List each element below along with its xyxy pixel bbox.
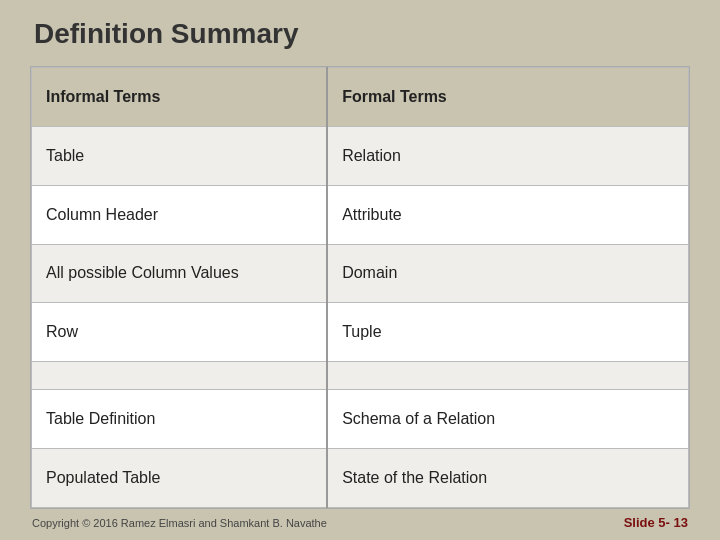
informal-cell: Populated Table [32, 449, 328, 508]
informal-cell: Table Definition [32, 390, 328, 449]
informal-cell: Column Header [32, 185, 328, 244]
informal-cell: All possible Column Values [32, 244, 328, 303]
table-row: TableRelation [32, 126, 689, 185]
table-row: Column HeaderAttribute [32, 185, 689, 244]
formal-cell: State of the Relation [327, 449, 688, 508]
footer: Copyright © 2016 Ramez Elmasri and Shamk… [30, 515, 690, 530]
formal-cell: Relation [327, 126, 688, 185]
formal-cell: Schema of a Relation [327, 390, 688, 449]
formal-cell [327, 362, 688, 390]
formal-cell: Tuple [327, 303, 688, 362]
informal-cell: Row [32, 303, 328, 362]
table-row: All possible Column ValuesDomain [32, 244, 689, 303]
definition-table-container: Informal TermsFormal TermsTableRelationC… [30, 66, 690, 509]
table-row: Table DefinitionSchema of a Relation [32, 390, 689, 449]
informal-terms-header: Informal Terms [32, 68, 328, 127]
formal-cell: Domain [327, 244, 688, 303]
table-header-row: Informal TermsFormal Terms [32, 68, 689, 127]
table-row [32, 362, 689, 390]
formal-terms-header: Formal Terms [327, 68, 688, 127]
table-row: RowTuple [32, 303, 689, 362]
formal-cell: Attribute [327, 185, 688, 244]
copyright-text: Copyright © 2016 Ramez Elmasri and Shamk… [32, 517, 327, 529]
page-title: Definition Summary [30, 18, 690, 50]
slide-number: Slide 5- 13 [624, 515, 688, 530]
informal-cell [32, 362, 328, 390]
informal-cell: Table [32, 126, 328, 185]
page: Definition Summary Informal TermsFormal … [0, 0, 720, 540]
table-row: Populated TableState of the Relation [32, 449, 689, 508]
definition-table: Informal TermsFormal TermsTableRelationC… [31, 67, 689, 508]
